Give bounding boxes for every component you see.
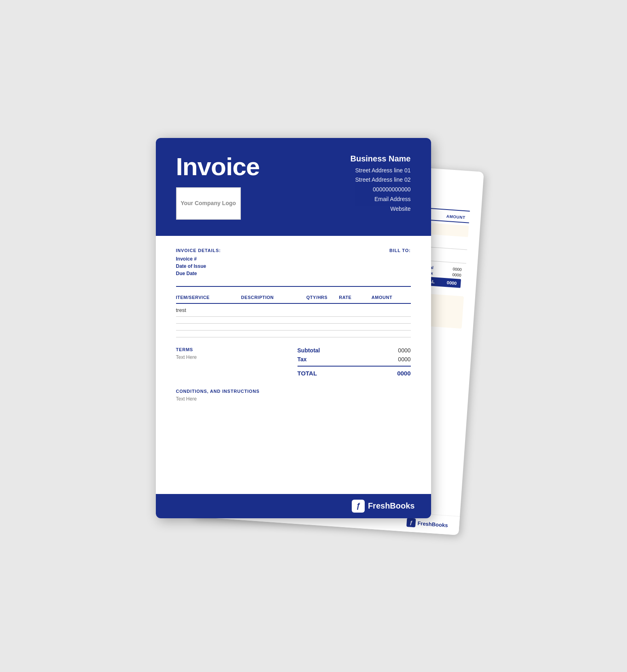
invoice-scene: INVOICE DETAILS: Invoice # 0000 Date of … [156, 138, 472, 534]
back-fb-icon: ƒ [406, 517, 415, 527]
item-row-3 [176, 324, 411, 331]
bill-to-label: BILL TO: [389, 248, 410, 253]
invoice-details-section: INVOICE DETAILS: Invoice # Date of Issue… [176, 248, 411, 278]
address-line2: Street Address line 02 [351, 175, 411, 185]
back-total-value: 0000 [446, 280, 457, 286]
subtotal-label: Subtotal [298, 347, 320, 354]
invoice-number-label: Invoice # [176, 256, 221, 262]
business-info: Street Address line 01 Street Address li… [351, 166, 411, 214]
header-item-service: ITEM/SERVICE [176, 295, 241, 300]
item-1-name: trest [176, 307, 241, 313]
email: Email Address [351, 195, 411, 204]
header-right: Business Name Street Address line 01 Str… [351, 154, 411, 214]
invoice-details-left: INVOICE DETAILS: Invoice # Date of Issue… [176, 248, 221, 278]
tax-value: 0000 [398, 356, 410, 362]
header-amount: AMOUNT [372, 295, 411, 300]
item-row-1: trest [176, 304, 411, 317]
back-freshbooks-logo: ƒ FreshBooks [406, 517, 448, 529]
header-rate: RATE [339, 295, 372, 300]
subtotal-value: 0000 [398, 347, 410, 354]
tax-label: Tax [298, 356, 307, 362]
back-tax-value: 0000 [445, 272, 461, 278]
items-header: ITEM/SERVICE DESCRIPTION QTY/HRS RATE AM… [176, 295, 411, 304]
front-body: INVOICE DETAILS: Invoice # Date of Issue… [156, 236, 431, 414]
terms-text: Text Here [176, 354, 298, 360]
header-left: Invoice Your Company Logo [176, 154, 260, 220]
total-label: TOTAL [298, 370, 317, 377]
invoice-details-label: INVOICE DETAILS: [176, 248, 221, 253]
address-line1: Street Address line 01 [351, 166, 411, 176]
total-divider [298, 366, 411, 367]
back-header-amount: AMOUNT [446, 214, 465, 219]
total-value: 0000 [397, 370, 410, 377]
invoice-title: Invoice [176, 154, 260, 179]
business-name: Business Name [351, 154, 411, 163]
fb-icon: ƒ [352, 500, 365, 513]
terms-section: TERMS Text Here [176, 347, 298, 360]
terms-label: TERMS [176, 347, 298, 352]
back-brand-name: FreshBooks [417, 520, 448, 528]
totals-section: Subtotal 0000 Tax 0000 TOTAL 0000 [298, 347, 411, 377]
invoice-front: Invoice Your Company Logo Business Name … [156, 138, 431, 518]
conditions-text: Text Here [176, 396, 411, 402]
back-subtotal-value: 0000 [445, 266, 462, 272]
header-description: DESCRIPTION [241, 295, 306, 300]
freshbooks-logo: ƒ FreshBooks [352, 500, 415, 513]
subtotal-row: Subtotal 0000 [298, 347, 411, 354]
due-date-label: Due Date [176, 271, 221, 276]
front-footer: ƒ FreshBooks [156, 494, 431, 518]
logo-placeholder-text: Your Company Logo [181, 199, 236, 207]
tax-row: Tax 0000 [298, 356, 411, 362]
item-row-4 [176, 331, 411, 337]
front-header: Invoice Your Company Logo Business Name … [156, 138, 431, 236]
date-of-issue-label: Date of Issue [176, 263, 221, 269]
header-qty-hrs: QTY/HRS [306, 295, 339, 300]
conditions-section: CONDITIONS, AND INSTRUCTIONS Text Here [176, 389, 411, 402]
phone: 000000000000 [351, 185, 411, 195]
brand-name: FreshBooks [368, 501, 415, 511]
section-divider [176, 286, 411, 287]
totals-terms-section: TERMS Text Here Subtotal 0000 Tax 0000 T… [176, 347, 411, 377]
grand-total-row: TOTAL 0000 [298, 370, 411, 377]
conditions-label: CONDITIONS, AND INSTRUCTIONS [176, 389, 411, 394]
website: Website [351, 204, 411, 214]
item-row-2 [176, 317, 411, 324]
items-table: ITEM/SERVICE DESCRIPTION QTY/HRS RATE AM… [176, 295, 411, 337]
company-logo-box: Your Company Logo [176, 187, 241, 220]
bill-to-section: BILL TO: [389, 248, 410, 278]
